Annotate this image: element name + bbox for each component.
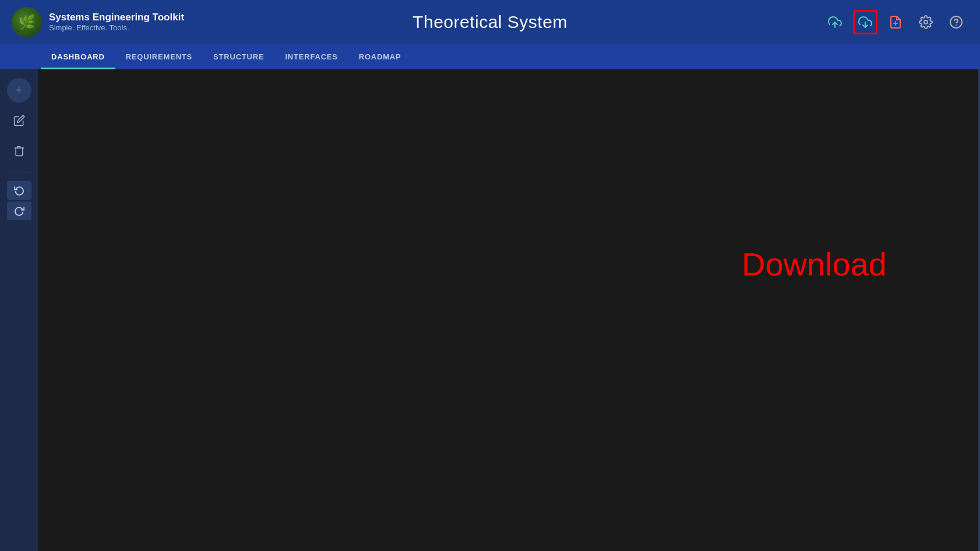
app-header: 🌿 Systems Engineering Toolkit Simple. Ef… (0, 0, 980, 44)
undo-icon (14, 185, 24, 196)
sidebar-divider (8, 172, 31, 172)
help-icon (949, 15, 963, 29)
redo-icon (14, 206, 24, 216)
brand-info: Systems Engineering Toolkit Simple. Effe… (49, 12, 184, 32)
header-left: 🌿 Systems Engineering Toolkit Simple. Ef… (12, 7, 184, 37)
brand-title: Systems Engineering Toolkit (49, 12, 184, 23)
header-center: Theoretical System (413, 12, 567, 32)
main-area: + (0, 69, 980, 551)
trash-icon (13, 145, 25, 157)
brand-subtitle: Simple. Effective. Tools. (49, 23, 184, 32)
svg-point-4 (924, 20, 928, 24)
tab-requirements[interactable]: REQUIREMENTS (115, 44, 203, 69)
sidebar: + (0, 69, 38, 551)
tab-structure[interactable]: STRUCTURE (203, 44, 274, 69)
edit-icon (13, 115, 25, 126)
add-document-icon (889, 15, 903, 29)
header-actions (823, 10, 968, 34)
redo-button[interactable] (7, 202, 31, 220)
help-button[interactable] (944, 10, 968, 34)
add-icon: + (16, 84, 22, 97)
upload-icon (828, 15, 842, 29)
download-button[interactable] (853, 10, 877, 34)
tab-interfaces[interactable]: INTERFACES (274, 44, 348, 69)
canvas-area[interactable]: Download (38, 69, 980, 551)
add-document-button[interactable] (883, 10, 908, 34)
settings-icon (919, 15, 933, 29)
nav-tabs: DASHBOARD REQUIREMENTS STRUCTURE INTERFA… (0, 44, 980, 69)
download-icon (858, 15, 872, 29)
settings-button[interactable] (914, 10, 938, 34)
undo-redo-group (7, 181, 31, 220)
add-button[interactable]: + (7, 78, 31, 103)
download-label: Download (742, 245, 887, 282)
upload-button[interactable] (823, 10, 847, 34)
undo-button[interactable] (7, 181, 31, 200)
tab-dashboard[interactable]: DASHBOARD (41, 44, 115, 69)
tab-roadmap[interactable]: ROADMAP (348, 44, 412, 69)
system-title: Theoretical System (413, 12, 567, 31)
edit-button[interactable] (7, 108, 31, 133)
delete-button[interactable] (7, 139, 31, 163)
app-logo: 🌿 (12, 7, 42, 37)
